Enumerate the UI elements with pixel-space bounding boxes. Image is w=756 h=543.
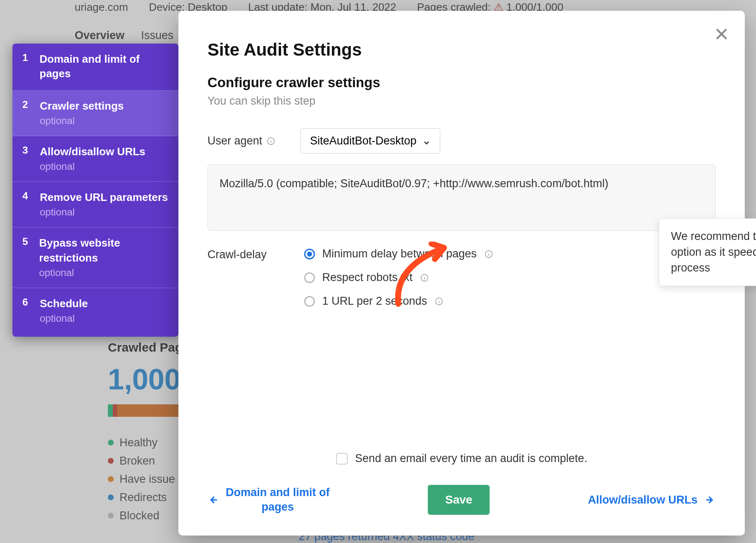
email-notification-row: Send an email every time an audit is com… xyxy=(178,452,745,465)
modal-title: Site Audit Settings xyxy=(207,40,716,60)
wizard-step-label: Allow/disallow URLs xyxy=(40,144,145,159)
wizard-step-label: Crawler settings xyxy=(40,99,124,113)
wizard-step-2[interactable]: 2 Crawler settings optional xyxy=(12,90,178,136)
modal-footer: Domain and limit ofpages Save Allow/disa… xyxy=(207,485,716,515)
crawl-delay-label: Crawl-delay xyxy=(207,247,267,261)
radio-label: Respect robots.txt xyxy=(322,271,413,284)
save-button[interactable]: Save xyxy=(428,485,490,515)
modal-skip-text: You can skip this step xyxy=(207,95,716,108)
wizard-sidebar: 1 Domain and limit of pages 2 Crawler se… xyxy=(12,44,178,337)
radio-icon xyxy=(304,249,315,259)
user-agent-label: User agent xyxy=(207,135,276,147)
wizard-step-5[interactable]: 5 Bypass website restrictions optional xyxy=(12,227,178,288)
chevron-down-icon xyxy=(422,137,431,145)
crawl-delay-options: Minimum delay between pages Respect robo… xyxy=(304,247,493,308)
wizard-step-optional: optional xyxy=(40,313,88,324)
radio-icon xyxy=(304,296,315,307)
tooltip: We recommend that you use this option as… xyxy=(659,218,756,286)
radio-minimum-delay[interactable]: Minimum delay between pages xyxy=(304,247,493,260)
arrow-left-icon xyxy=(207,494,218,505)
wizard-step-4[interactable]: 4 Remove URL parameters optional xyxy=(12,182,178,227)
wizard-step-6[interactable]: 6 Schedule optional xyxy=(12,288,178,337)
user-agent-select[interactable]: SiteAuditBot-Desktop xyxy=(300,128,440,154)
radio-1url-2sec[interactable]: 1 URL per 2 seconds xyxy=(304,295,493,308)
wizard-step-1[interactable]: 1 Domain and limit of pages xyxy=(12,44,178,90)
radio-respect-robots[interactable]: Respect robots.txt xyxy=(304,271,493,284)
info-icon[interactable] xyxy=(434,297,444,306)
radio-label: 1 URL per 2 seconds xyxy=(322,295,427,308)
wizard-step-label: Remove URL parameters xyxy=(40,190,168,205)
email-checkbox[interactable] xyxy=(336,453,348,465)
wizard-step-optional: optional xyxy=(40,115,124,127)
info-icon[interactable] xyxy=(484,249,493,259)
wizard-step-optional: optional xyxy=(40,161,145,172)
info-icon[interactable] xyxy=(266,137,276,146)
email-label: Send an email every time an audit is com… xyxy=(355,452,588,465)
wizard-step-label: Bypass website restrictions xyxy=(39,236,168,265)
radio-label: Minimum delay between pages xyxy=(322,247,477,260)
wizard-step-label: Schedule xyxy=(40,296,88,311)
radio-icon xyxy=(304,272,315,283)
wizard-step-optional: optional xyxy=(39,267,168,279)
wizard-step-3[interactable]: 3 Allow/disallow URLs optional xyxy=(12,136,178,182)
modal-dialog: Site Audit Settings Configure crawler se… xyxy=(178,11,745,536)
next-step-label: Allow/disallow URLs xyxy=(588,494,697,506)
prev-step-link[interactable]: Domain and limit ofpages xyxy=(207,485,330,514)
user-agent-string: Mozilla/5.0 (compatible; SiteAuditBot/0.… xyxy=(207,164,716,231)
arrow-right-icon xyxy=(705,494,716,505)
info-icon[interactable] xyxy=(420,273,429,282)
wizard-step-optional: optional xyxy=(40,206,168,218)
next-step-link[interactable]: Allow/disallow URLs xyxy=(588,494,716,506)
user-agent-selected: SiteAuditBot-Desktop xyxy=(310,135,417,147)
prev-step-label: Domain and limit ofpages xyxy=(226,485,330,514)
close-icon[interactable] xyxy=(713,26,730,42)
modal-subtitle: Configure crawler settings xyxy=(207,75,716,90)
wizard-step-label: Domain and limit of pages xyxy=(39,52,168,81)
